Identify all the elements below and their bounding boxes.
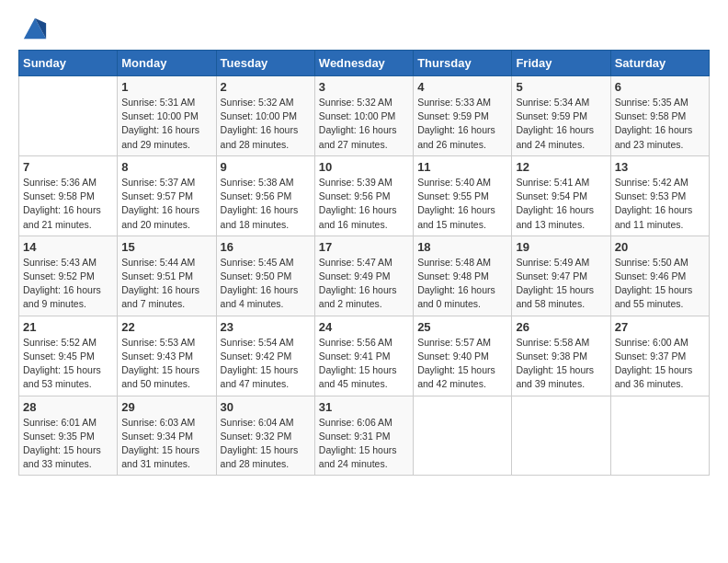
calendar-cell: 7Sunrise: 5:36 AMSunset: 9:58 PMDaylight… xyxy=(19,155,118,236)
calendar-cell: 31Sunrise: 6:06 AMSunset: 9:31 PMDayligh… xyxy=(314,396,413,476)
day-info: Sunrise: 5:35 AMSunset: 9:58 PMDaylight:… xyxy=(615,96,705,152)
day-info: Sunrise: 5:41 AMSunset: 9:54 PMDaylight:… xyxy=(516,176,606,232)
day-number: 10 xyxy=(319,160,409,174)
day-number: 17 xyxy=(319,240,409,254)
day-info: Sunrise: 5:33 AMSunset: 9:59 PMDaylight:… xyxy=(417,96,507,152)
calendar-cell: 26Sunrise: 5:58 AMSunset: 9:38 PMDayligh… xyxy=(512,316,610,396)
logo xyxy=(18,18,48,40)
logo-icon xyxy=(22,15,48,40)
calendar-cell: 9Sunrise: 5:38 AMSunset: 9:56 PMDaylight… xyxy=(216,155,314,236)
calendar-cell: 28Sunrise: 6:01 AMSunset: 9:35 PMDayligh… xyxy=(19,396,118,476)
calendar-week-3: 14Sunrise: 5:43 AMSunset: 9:52 PMDayligh… xyxy=(19,236,710,316)
calendar-cell xyxy=(414,396,512,476)
day-number: 2 xyxy=(221,80,311,94)
day-info: Sunrise: 5:42 AMSunset: 9:53 PMDaylight:… xyxy=(615,176,705,232)
calendar-cell: 21Sunrise: 5:52 AMSunset: 9:45 PMDayligh… xyxy=(19,316,118,396)
calendar-cell: 12Sunrise: 5:41 AMSunset: 9:54 PMDayligh… xyxy=(512,155,610,236)
day-info: Sunrise: 6:01 AMSunset: 9:35 PMDaylight:… xyxy=(23,416,113,472)
day-number: 31 xyxy=(319,400,409,414)
page-header xyxy=(18,18,710,40)
day-info: Sunrise: 5:34 AMSunset: 9:59 PMDaylight:… xyxy=(516,96,606,152)
day-number: 16 xyxy=(221,240,311,254)
day-number: 22 xyxy=(121,320,211,334)
calendar-cell: 25Sunrise: 5:57 AMSunset: 9:40 PMDayligh… xyxy=(414,316,512,396)
calendar-week-5: 28Sunrise: 6:01 AMSunset: 9:35 PMDayligh… xyxy=(19,396,710,476)
day-number: 21 xyxy=(23,320,113,334)
calendar-cell: 27Sunrise: 6:00 AMSunset: 9:37 PMDayligh… xyxy=(610,316,709,396)
day-number: 25 xyxy=(417,320,507,334)
calendar-cell: 13Sunrise: 5:42 AMSunset: 9:53 PMDayligh… xyxy=(610,155,709,236)
calendar-table: SundayMondayTuesdayWednesdayThursdayFrid… xyxy=(18,50,710,476)
day-number: 20 xyxy=(615,240,705,254)
day-info: Sunrise: 5:44 AMSunset: 9:51 PMDaylight:… xyxy=(121,256,211,312)
day-number: 14 xyxy=(23,240,113,254)
day-info: Sunrise: 5:40 AMSunset: 9:55 PMDaylight:… xyxy=(417,176,507,232)
header-friday: Friday xyxy=(512,51,610,76)
day-info: Sunrise: 6:06 AMSunset: 9:31 PMDaylight:… xyxy=(319,416,409,472)
day-number: 6 xyxy=(615,80,705,94)
day-number: 19 xyxy=(516,240,606,254)
calendar-cell: 20Sunrise: 5:50 AMSunset: 9:46 PMDayligh… xyxy=(610,236,709,316)
day-info: Sunrise: 5:31 AMSunset: 10:00 PMDaylight… xyxy=(121,96,211,152)
day-info: Sunrise: 5:32 AMSunset: 10:00 PMDaylight… xyxy=(319,96,409,152)
calendar-cell: 11Sunrise: 5:40 AMSunset: 9:55 PMDayligh… xyxy=(414,155,512,236)
calendar-week-4: 21Sunrise: 5:52 AMSunset: 9:45 PMDayligh… xyxy=(19,316,710,396)
header-wednesday: Wednesday xyxy=(314,51,413,76)
day-number: 3 xyxy=(319,80,409,94)
day-number: 15 xyxy=(121,240,211,254)
day-number: 12 xyxy=(516,160,606,174)
day-info: Sunrise: 5:58 AMSunset: 9:38 PMDaylight:… xyxy=(516,336,606,392)
day-info: Sunrise: 5:36 AMSunset: 9:58 PMDaylight:… xyxy=(23,176,113,232)
calendar-cell: 23Sunrise: 5:54 AMSunset: 9:42 PMDayligh… xyxy=(216,316,314,396)
day-info: Sunrise: 6:03 AMSunset: 9:34 PMDaylight:… xyxy=(121,416,211,472)
day-number: 5 xyxy=(516,80,606,94)
calendar-cell: 10Sunrise: 5:39 AMSunset: 9:56 PMDayligh… xyxy=(314,155,413,236)
day-number: 27 xyxy=(615,320,705,334)
calendar-cell: 4Sunrise: 5:33 AMSunset: 9:59 PMDaylight… xyxy=(414,76,512,156)
day-number: 24 xyxy=(319,320,409,334)
calendar-cell: 24Sunrise: 5:56 AMSunset: 9:41 PMDayligh… xyxy=(314,316,413,396)
day-number: 13 xyxy=(615,160,705,174)
calendar-cell: 2Sunrise: 5:32 AMSunset: 10:00 PMDayligh… xyxy=(216,76,314,156)
day-info: Sunrise: 5:48 AMSunset: 9:48 PMDaylight:… xyxy=(417,256,507,312)
day-number: 11 xyxy=(417,160,507,174)
calendar-cell: 5Sunrise: 5:34 AMSunset: 9:59 PMDaylight… xyxy=(512,76,610,156)
header-tuesday: Tuesday xyxy=(216,51,314,76)
day-info: Sunrise: 5:57 AMSunset: 9:40 PMDaylight:… xyxy=(417,336,507,392)
day-number: 18 xyxy=(417,240,507,254)
day-info: Sunrise: 5:45 AMSunset: 9:50 PMDaylight:… xyxy=(221,256,311,312)
day-info: Sunrise: 5:53 AMSunset: 9:43 PMDaylight:… xyxy=(121,336,211,392)
calendar-cell xyxy=(19,76,118,156)
day-info: Sunrise: 6:00 AMSunset: 9:37 PMDaylight:… xyxy=(615,336,705,392)
day-info: Sunrise: 5:38 AMSunset: 9:56 PMDaylight:… xyxy=(221,176,311,232)
calendar-cell: 29Sunrise: 6:03 AMSunset: 9:34 PMDayligh… xyxy=(118,396,216,476)
calendar-cell: 18Sunrise: 5:48 AMSunset: 9:48 PMDayligh… xyxy=(414,236,512,316)
calendar-cell: 15Sunrise: 5:44 AMSunset: 9:51 PMDayligh… xyxy=(118,236,216,316)
calendar-cell: 6Sunrise: 5:35 AMSunset: 9:58 PMDaylight… xyxy=(610,76,709,156)
day-number: 28 xyxy=(23,400,113,414)
day-info: Sunrise: 5:37 AMSunset: 9:57 PMDaylight:… xyxy=(121,176,211,232)
day-number: 9 xyxy=(221,160,311,174)
calendar-cell: 17Sunrise: 5:47 AMSunset: 9:49 PMDayligh… xyxy=(314,236,413,316)
header-saturday: Saturday xyxy=(610,51,709,76)
calendar-week-1: 1Sunrise: 5:31 AMSunset: 10:00 PMDayligh… xyxy=(19,76,710,156)
calendar-header-row: SundayMondayTuesdayWednesdayThursdayFrid… xyxy=(19,51,710,76)
day-number: 23 xyxy=(221,320,311,334)
day-number: 1 xyxy=(121,80,211,94)
day-info: Sunrise: 5:39 AMSunset: 9:56 PMDaylight:… xyxy=(319,176,409,232)
calendar-cell: 8Sunrise: 5:37 AMSunset: 9:57 PMDaylight… xyxy=(118,155,216,236)
day-info: Sunrise: 5:52 AMSunset: 9:45 PMDaylight:… xyxy=(23,336,113,392)
calendar-cell: 3Sunrise: 5:32 AMSunset: 10:00 PMDayligh… xyxy=(314,76,413,156)
day-number: 7 xyxy=(23,160,113,174)
day-info: Sunrise: 5:54 AMSunset: 9:42 PMDaylight:… xyxy=(221,336,311,392)
calendar-cell xyxy=(512,396,610,476)
day-info: Sunrise: 6:04 AMSunset: 9:32 PMDaylight:… xyxy=(221,416,311,472)
calendar-cell: 16Sunrise: 5:45 AMSunset: 9:50 PMDayligh… xyxy=(216,236,314,316)
day-number: 8 xyxy=(121,160,211,174)
day-number: 30 xyxy=(221,400,311,414)
calendar-week-2: 7Sunrise: 5:36 AMSunset: 9:58 PMDaylight… xyxy=(19,155,710,236)
calendar-cell: 30Sunrise: 6:04 AMSunset: 9:32 PMDayligh… xyxy=(216,396,314,476)
header-sunday: Sunday xyxy=(19,51,118,76)
day-info: Sunrise: 5:56 AMSunset: 9:41 PMDaylight:… xyxy=(319,336,409,392)
calendar-cell xyxy=(610,396,709,476)
